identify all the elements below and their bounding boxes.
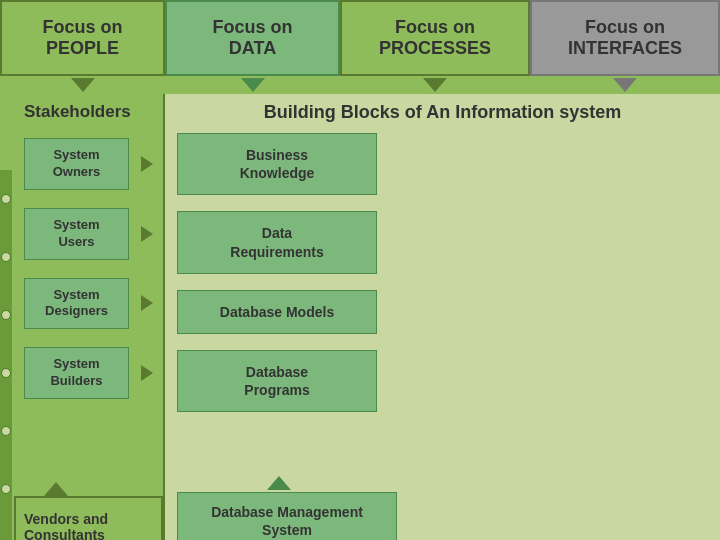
users-arrow-right bbox=[141, 226, 153, 242]
builders-arrow-right bbox=[141, 365, 153, 381]
database-models-block: Database Models bbox=[177, 290, 377, 334]
dbms-block: Database ManagementSystem bbox=[177, 492, 397, 540]
dbms-arrow-up bbox=[267, 476, 291, 490]
main-content-area: Building Blocks of An Information system… bbox=[165, 94, 720, 540]
header-processes: Focus on PROCESSES bbox=[340, 0, 530, 76]
vendors-box: Vendors and Consultants bbox=[14, 496, 163, 540]
header-people: Focus on PEOPLE bbox=[0, 0, 165, 76]
interfaces-arrow-down bbox=[613, 78, 637, 92]
data-requirements-block: DataRequirements bbox=[177, 211, 377, 273]
system-owners-box: SystemOwners bbox=[24, 138, 129, 190]
stakeholder-item: SystemBuilders bbox=[24, 347, 153, 399]
system-users-box: SystemUsers bbox=[24, 208, 129, 260]
header-data: Focus on DATA bbox=[165, 0, 340, 76]
interfaces-label: Focus on INTERFACES bbox=[568, 17, 682, 59]
stakeholder-item: SystemDesigners bbox=[24, 278, 153, 330]
header-interfaces: Focus on INTERFACES bbox=[530, 0, 720, 76]
stakeholder-item: SystemUsers bbox=[24, 208, 153, 260]
vendors-arrow-up bbox=[44, 482, 68, 496]
stakeholder-item: SystemOwners bbox=[24, 138, 153, 190]
stakeholders-label: Stakeholders bbox=[14, 94, 163, 128]
system-designers-box: SystemDesigners bbox=[24, 278, 129, 330]
data-label: Focus on DATA bbox=[213, 17, 293, 59]
processes-arrow-down bbox=[423, 78, 447, 92]
people-label: Focus on PEOPLE bbox=[43, 17, 123, 59]
designers-arrow-right bbox=[141, 295, 153, 311]
business-knowledge-block: BusinessKnowledge bbox=[177, 133, 377, 195]
database-programs-block: DatabasePrograms bbox=[177, 350, 377, 412]
data-arrow-down bbox=[241, 78, 265, 92]
page-title: Building Blocks of An Information system bbox=[177, 102, 708, 123]
notebook-spine bbox=[0, 170, 12, 540]
owners-arrow-right bbox=[141, 156, 153, 172]
processes-label: Focus on PROCESSES bbox=[379, 17, 491, 59]
people-arrow-down bbox=[71, 78, 95, 92]
system-builders-box: SystemBuilders bbox=[24, 347, 129, 399]
